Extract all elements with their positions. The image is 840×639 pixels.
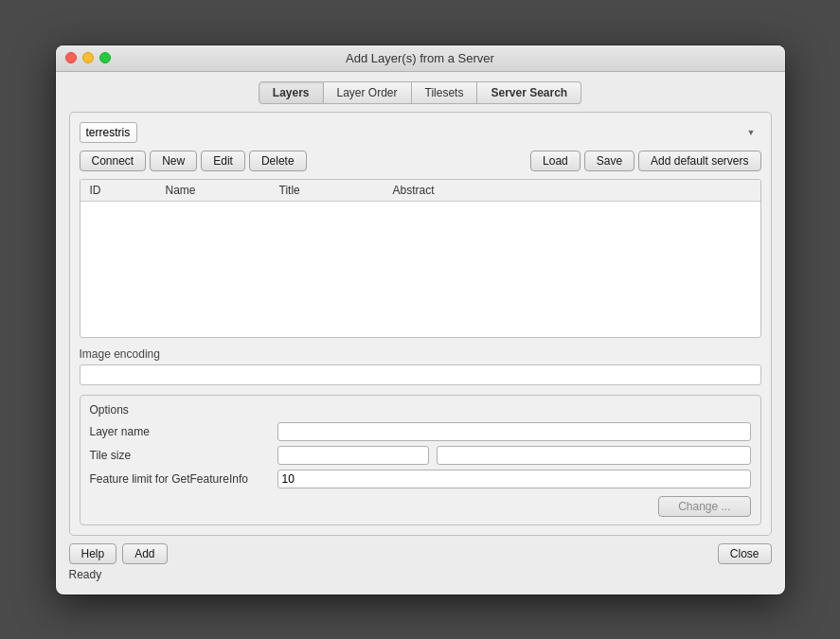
status-bar: Ready <box>69 568 772 581</box>
add-default-servers-button[interactable]: Add default servers <box>638 151 760 171</box>
tab-tilesets[interactable]: Tilesets <box>412 81 478 104</box>
add-button[interactable]: Add <box>122 543 167 564</box>
change-button-row: Change ... <box>90 496 751 517</box>
tile-size-input-1[interactable] <box>277 446 429 465</box>
load-button[interactable]: Load <box>530 151 581 171</box>
title-bar: Add Layer(s) from a Server <box>56 45 785 72</box>
window-title: Add Layer(s) from a Server <box>346 51 494 65</box>
tab-layers[interactable]: Layers <box>259 81 324 104</box>
close-dialog-button[interactable]: Close <box>718 543 772 564</box>
main-window: Add Layer(s) from a Server Layers Layer … <box>56 45 785 595</box>
tab-layer-order[interactable]: Layer Order <box>324 81 412 104</box>
col-id: ID <box>86 182 162 199</box>
help-button[interactable]: Help <box>69 543 117 564</box>
bottom-bar: Help Add Close <box>69 536 772 566</box>
tab-bar: Layers Layer Order Tilesets Server Searc… <box>69 81 772 104</box>
tile-size-input-2[interactable] <box>437 446 751 465</box>
image-encoding-bar <box>80 364 761 385</box>
save-button[interactable]: Save <box>584 151 634 171</box>
feature-limit-input[interactable] <box>277 470 751 488</box>
connect-button[interactable]: Connect <box>80 151 147 171</box>
maximize-button[interactable] <box>99 52 111 63</box>
minimize-button[interactable] <box>82 52 94 63</box>
edit-button[interactable]: Edit <box>201 151 245 171</box>
server-select[interactable]: terrestris <box>80 122 137 143</box>
change-button[interactable]: Change ... <box>658 496 750 517</box>
layer-name-row: Layer name <box>90 422 751 441</box>
feature-limit-row: Feature limit for GetFeatureInfo <box>90 470 751 488</box>
layer-name-label: Layer name <box>90 425 270 438</box>
options-label: Options <box>90 403 751 417</box>
layers-panel: terrestris Connect New Edit Delete Load … <box>69 112 772 536</box>
tab-server-search[interactable]: Server Search <box>477 81 581 104</box>
window-content: Layers Layer Order Tilesets Server Searc… <box>56 72 785 595</box>
server-select-wrapper: terrestris <box>80 122 761 143</box>
layer-name-input[interactable] <box>277 422 751 441</box>
close-button[interactable] <box>65 52 77 63</box>
image-encoding-label: Image encoding <box>80 347 761 361</box>
action-buttons: Connect New Edit Delete Load Save Add de… <box>80 151 761 171</box>
delete-button[interactable]: Delete <box>249 151 307 171</box>
new-button[interactable]: New <box>150 151 197 171</box>
col-title: Title <box>276 182 389 199</box>
table-header: ID Name Title Abstract <box>80 180 760 202</box>
options-section: Options Layer name Tile size <box>80 395 761 525</box>
layers-table: ID Name Title Abstract <box>80 179 761 338</box>
feature-limit-label: Feature limit for GetFeatureInfo <box>90 472 270 486</box>
server-row: terrestris <box>80 122 761 143</box>
col-abstract: Abstract <box>389 182 755 199</box>
traffic-lights <box>65 52 111 63</box>
tile-size-label: Tile size <box>90 449 270 462</box>
col-name: Name <box>162 182 276 199</box>
options-grid: Layer name Tile size Feature limit for G… <box>90 422 751 517</box>
tile-size-row: Tile size <box>90 446 751 465</box>
